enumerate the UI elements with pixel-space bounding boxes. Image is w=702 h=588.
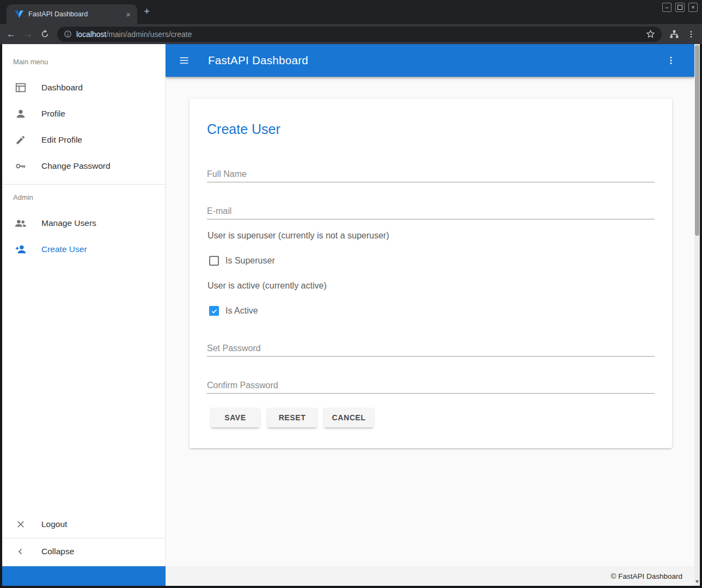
sidebar-item-label: Collapse [41, 547, 74, 556]
reset-button[interactable]: RESET [267, 408, 317, 427]
hub-icon[interactable] [669, 29, 679, 39]
sidebar-item-change-password[interactable]: Change Password [2, 153, 165, 179]
browser-toolbar: ← → localhost/main/admin/users/create [0, 24, 702, 44]
hamburger-menu-icon[interactable] [179, 55, 190, 66]
browser-tab[interactable]: FastAPI Dashboard × [7, 4, 137, 24]
url-host: localhost [76, 30, 106, 39]
is-active-checkbox[interactable]: Is Active [209, 305, 258, 316]
save-button[interactable]: SAVE [211, 408, 260, 427]
browser-titlebar: FastAPI Dashboard × + – × [0, 0, 702, 24]
main-content: Create User User is superuser (currently… [166, 77, 694, 566]
page-scrollbar[interactable] [694, 44, 700, 586]
footer-accent-bar [2, 566, 166, 586]
sidebar-section-main-menu: Main menu [13, 58, 48, 66]
sidebar-item-label: Profile [41, 109, 65, 119]
pencil-icon [14, 133, 27, 146]
app-bar: FastAPI Dashboard [166, 44, 694, 77]
bookmark-star-icon[interactable] [646, 29, 655, 39]
new-tab-button[interactable]: + [144, 6, 150, 17]
sidebar-item-manage-users[interactable]: Manage Users [2, 210, 165, 236]
sidebar-item-dashboard[interactable]: Dashboard [2, 75, 165, 101]
window-maximize-button[interactable] [675, 3, 685, 12]
full-name-input[interactable] [207, 166, 655, 182]
reload-button[interactable] [40, 29, 50, 39]
page-title: Create User [207, 121, 280, 137]
forward-button[interactable]: → [23, 29, 33, 39]
appbar-title: FastAPI Dashboard [208, 54, 308, 67]
browser-menu-icon[interactable] [687, 30, 695, 39]
sidebar-item-label: Change Password [41, 161, 111, 171]
set-password-input[interactable] [207, 340, 655, 357]
back-button[interactable]: ← [7, 29, 16, 39]
tab-close-icon[interactable]: × [124, 10, 133, 19]
email-input[interactable] [207, 203, 655, 219]
sidebar-item-collapse[interactable]: Collapse [2, 538, 165, 565]
create-user-card: Create User User is superuser (currently… [190, 99, 672, 448]
window-minimize-button[interactable]: – [662, 3, 672, 12]
sidebar-section-admin: Admin [13, 193, 33, 201]
dashboard-icon [14, 81, 27, 94]
sidebar-divider [2, 184, 165, 185]
sidebar-item-label: Create User [41, 244, 87, 254]
checkbox-label: Is Superuser [225, 256, 275, 266]
checkbox-checked-icon [209, 306, 219, 316]
person-icon [14, 107, 27, 120]
checkbox-label: Is Active [225, 306, 258, 316]
confirm-password-input[interactable] [207, 377, 655, 394]
tab-title: FastAPI Dashboard [28, 10, 124, 18]
app-footer: © FastAPI Dashboard [2, 566, 694, 586]
sidebar-item-label: Logout [41, 519, 67, 529]
sidebar-item-label: Edit Profile [41, 135, 82, 145]
url-text: localhost/main/admin/users/create [76, 30, 192, 39]
people-icon [14, 217, 27, 230]
window-close-button[interactable]: × [688, 3, 698, 12]
sidebar-item-logout[interactable]: Logout [2, 511, 165, 537]
sidebar-item-profile[interactable]: Profile [2, 101, 165, 127]
active-hint: User is active (currently active) [207, 281, 327, 291]
copyright-text: © FastAPI Dashboard [611, 572, 682, 580]
footer-copyright-bar: © FastAPI Dashboard [166, 566, 694, 586]
sidebar-item-label: Dashboard [41, 83, 83, 93]
checkbox-unchecked-icon [209, 256, 219, 266]
person-add-icon [14, 243, 27, 256]
address-bar[interactable]: localhost/main/admin/users/create [57, 27, 662, 42]
window-controls: – × [662, 3, 698, 12]
app-page: Main menu Dashboard Profile [2, 44, 694, 586]
url-path: /main/admin/users/create [106, 30, 192, 39]
scrollbar-down-arrow[interactable] [695, 580, 699, 583]
sidebar-item-edit-profile[interactable]: Edit Profile [2, 127, 165, 153]
cancel-button[interactable]: CANCEL [324, 408, 374, 427]
key-icon [14, 160, 27, 173]
sidebar-item-label: Manage Users [41, 218, 96, 228]
scrollbar-thumb[interactable] [695, 45, 699, 236]
superuser-hint: User is superuser (currently is not a su… [207, 231, 389, 241]
sidebar: Main menu Dashboard Profile [2, 44, 166, 566]
close-x-icon [14, 518, 27, 531]
site-info-icon[interactable] [64, 30, 72, 38]
chevron-left-icon [14, 545, 27, 558]
is-superuser-checkbox[interactable]: Is Superuser [209, 255, 275, 266]
sidebar-item-create-user[interactable]: Create User [2, 236, 165, 262]
vuetify-logo-icon [15, 10, 23, 19]
appbar-overflow-menu-icon[interactable] [666, 56, 676, 65]
